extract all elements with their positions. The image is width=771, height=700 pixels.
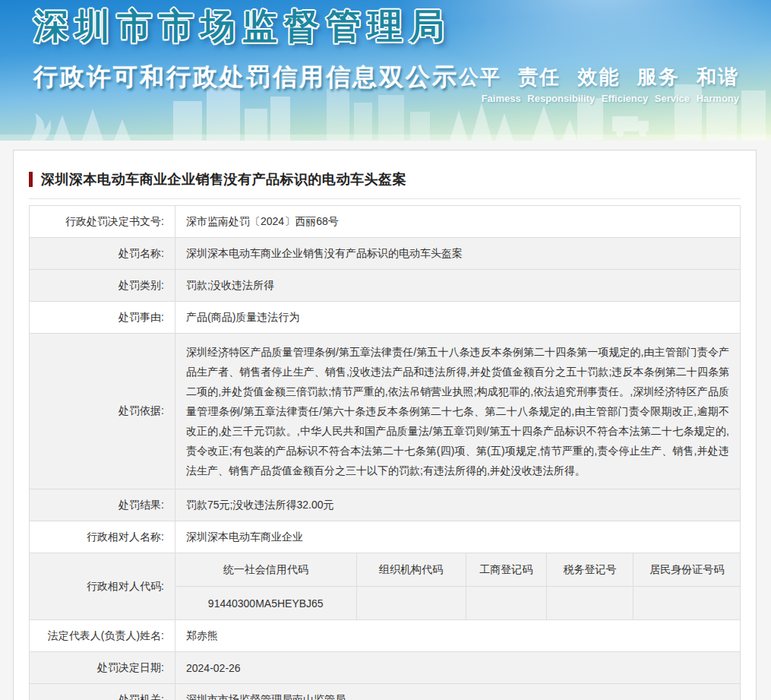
row-label: 处罚依据: xyxy=(30,334,175,489)
title-accent-bar xyxy=(29,172,33,187)
table-row-penalty-name: 处罚名称: 深圳深本电动车商业企业销售没有产品标识的电动车头盔案 xyxy=(30,238,740,270)
row-value: 罚款75元;没收违法所得32.00元 xyxy=(175,489,740,521)
slogan-chinese: 公平 责任 效能 服务 和谐 xyxy=(459,64,739,90)
codes-header-business-reg: 工商登记码 xyxy=(466,553,547,586)
row-value: 深圳经济特区产品质量管理条例/第五章法律责任/第五十八条违反本条例第二十四条第一… xyxy=(175,334,740,489)
codes-value-org-code xyxy=(357,587,466,619)
codes-value-business-reg xyxy=(466,587,547,619)
codes-header-id-number: 居民身份证号码 xyxy=(634,553,740,586)
case-title-row: 深圳深本电动车商业企业销售没有产品标识的电动车头盔案 xyxy=(29,170,741,188)
codes-subtable: 统一社会信用代码 组织机构代码 工商登记码 税务登记号 居民身份证号码 9144… xyxy=(175,553,740,619)
penalty-detail-table: 行政处罚决定书文号: 深市监南处罚〔2024〕西丽68号 处罚名称: 深圳深本电… xyxy=(29,205,741,700)
row-value: 罚款;没收违法所得 xyxy=(175,270,740,301)
row-value: 深圳深本电动车商业企业销售没有产品标识的电动车头盔案 xyxy=(175,238,740,269)
codes-value-tax-reg xyxy=(547,587,634,619)
codes-header-org-code: 组织机构代码 xyxy=(357,553,466,586)
row-label: 处罚结果: xyxy=(30,489,175,521)
table-row-penalty-result: 处罚结果: 罚款75元;没收违法所得32.00元 xyxy=(30,489,740,521)
row-label: 处罚机关: xyxy=(30,684,175,700)
table-row-decision-number: 行政处罚决定书文号: 深市监南处罚〔2024〕西丽68号 xyxy=(30,206,740,238)
table-row-party-codes: 行政相对人代码: 统一社会信用代码 组织机构代码 工商登记码 税务登记号 居民身… xyxy=(30,553,740,620)
table-row-decision-date: 处罚决定日期: 2024-02-26 xyxy=(30,652,740,684)
row-value: 深圳深本电动车商业企业 xyxy=(175,521,740,553)
content-panel: 深圳深本电动车商业企业销售没有产品标识的电动车头盔案 行政处罚决定书文号: 深市… xyxy=(13,150,757,700)
row-value: 深圳市市场监督管理局南山监管局 xyxy=(175,684,740,700)
row-label: 处罚名称: xyxy=(30,238,175,269)
table-row-penalty-reason: 处罚事由: 产品(商品)质量违法行为 xyxy=(30,302,740,334)
case-title: 深圳深本电动车商业企业销售没有产品标识的电动车头盔案 xyxy=(41,170,406,188)
codes-value-credit-code: 91440300MA5HEYBJ65 xyxy=(175,587,357,619)
row-label: 处罚决定日期: xyxy=(30,652,175,683)
codes-header-credit-code: 统一社会信用代码 xyxy=(175,553,357,586)
codes-header-tax-reg: 税务登记号 xyxy=(547,553,634,586)
banner-slogan: 公平 责任 效能 服务 和谐 Faimess Responsibility Ef… xyxy=(459,64,739,104)
row-value: 2024-02-26 xyxy=(175,652,740,683)
row-value: 深市监南处罚〔2024〕西丽68号 xyxy=(175,206,740,237)
codes-value-row: 91440300MA5HEYBJ65 xyxy=(175,587,740,619)
row-label: 行政相对人名称: xyxy=(30,521,175,553)
agency-title: 深圳市市场监督管理局 xyxy=(33,3,451,50)
table-row-penalty-category: 处罚类别: 罚款;没收违法所得 xyxy=(30,270,740,302)
row-label: 行政处罚决定书文号: xyxy=(30,206,175,237)
table-row-penalty-basis: 处罚依据: 深圳经济特区产品质量管理条例/第五章法律责任/第五十八条违反本条例第… xyxy=(30,334,740,489)
title-divider xyxy=(29,198,741,199)
codes-header-row: 统一社会信用代码 组织机构代码 工商登记码 税务登记号 居民身份证号码 xyxy=(175,553,740,587)
codes-value-id-number xyxy=(634,587,740,619)
row-value: 郑赤熊 xyxy=(175,620,740,651)
slogan-english: Faimess Responsibility Efficiency Servic… xyxy=(459,93,739,104)
row-value: 产品(商品)质量违法行为 xyxy=(175,302,740,333)
table-row-legal-representative: 法定代表人(负责人)姓名: 郑赤熊 xyxy=(30,620,740,652)
row-label: 法定代表人(负责人)姓名: xyxy=(30,620,175,651)
site-banner: 深圳市市场监督管理局 行政许可和行政处罚信用信息双公示 公平 责任 效能 服务 … xyxy=(0,0,771,141)
table-row-party-name: 行政相对人名称: 深圳深本电动车商业企业 xyxy=(30,521,740,553)
row-label: 处罚事由: xyxy=(30,302,175,333)
row-label: 处罚类别: xyxy=(30,270,175,301)
banner-subtitle: 行政许可和行政处罚信用信息双公示 xyxy=(33,61,459,94)
row-label: 行政相对人代码: xyxy=(30,553,175,619)
table-row-penalty-authority: 处罚机关: 深圳市市场监督管理局南山监管局 xyxy=(30,684,740,700)
